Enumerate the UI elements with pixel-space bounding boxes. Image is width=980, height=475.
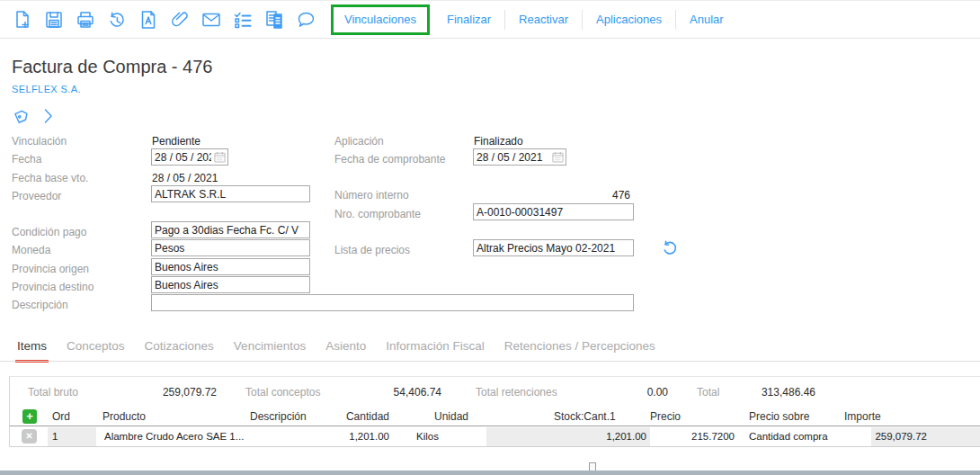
provincia-origen-field — [151, 258, 310, 275]
col-header-stock: Stock:Cant.1 — [554, 410, 616, 423]
preview-icon[interactable] — [137, 8, 160, 31]
proveedor-field — [151, 185, 310, 202]
delete-row-button[interactable]: ✕ — [22, 429, 37, 444]
field-label: Provincia origen — [12, 263, 89, 275]
vinculaciones-button[interactable]: Vinculaciones — [344, 13, 416, 26]
field-label: Fecha — [12, 153, 41, 166]
col-header-cantidad: Cantidad — [334, 410, 389, 423]
field-label: Provincia destino — [12, 281, 94, 293]
total-label: Total — [697, 386, 719, 399]
field-label: Lista de precios — [334, 244, 410, 256]
tab-retenciones-percepciones[interactable]: Retenciones / Percepciones — [503, 337, 657, 363]
condicion-pago-field — [151, 221, 310, 238]
col-header-ord: Ord — [52, 410, 70, 423]
total-bruto-value: 259,079.72 — [127, 386, 217, 399]
nro-comprobante-input[interactable] — [474, 204, 633, 220]
descripcion-input[interactable] — [152, 295, 633, 310]
provincia-destino-input[interactable] — [152, 277, 309, 292]
comment-icon[interactable] — [294, 8, 317, 31]
cell-cantidad[interactable]: 1,201.00 — [316, 431, 389, 442]
attachment-icon[interactable] — [168, 8, 192, 31]
purchase-invoice-window: Vinculaciones Finalizar Reactivar Aplica… — [0, 0, 980, 475]
field-label: Proveedor — [12, 190, 61, 202]
provincia-origen-input[interactable] — [152, 259, 309, 274]
reactivar-button[interactable]: Reactivar — [505, 13, 582, 26]
copy-icon[interactable] — [263, 8, 286, 31]
email-icon[interactable] — [200, 8, 223, 31]
total-retenciones-value: 0.00 — [603, 386, 668, 399]
tab-vencimientos[interactable]: Vencimientos — [232, 337, 307, 363]
col-header-importe: Importe — [844, 410, 881, 423]
page-title: Factura de Compra - 476 — [12, 57, 212, 77]
table-header-row: + Ord Producto Descripción Cantidad Unid… — [10, 407, 980, 426]
col-header-precio-sobre: Precio sobre — [749, 410, 809, 423]
history-icon[interactable] — [105, 8, 129, 31]
cell-precio[interactable]: 215.7200 — [657, 431, 735, 442]
tab-items[interactable]: Items — [15, 337, 49, 363]
field-label: Fecha base vto. — [12, 172, 88, 184]
provincia-destino-field — [151, 276, 310, 293]
checklist-icon[interactable] — [231, 8, 254, 31]
numero-interno-value: 476 — [474, 189, 630, 202]
company-name: SELFLEX S.A. — [12, 84, 81, 94]
tab-cotizaciones[interactable]: Cotizaciones — [143, 337, 216, 363]
lista-precios-field — [473, 239, 634, 256]
calendar-icon[interactable] — [214, 151, 226, 163]
col-header-precio: Precio — [650, 410, 681, 423]
col-header-descripcion: Descripción — [250, 410, 307, 423]
tab-informacion-fiscal[interactable]: Información Fiscal — [384, 337, 486, 363]
cell-unidad[interactable]: Kilos — [416, 431, 439, 442]
cell-stock: 1,201.00 — [567, 431, 646, 442]
moneda-field — [151, 239, 310, 256]
field-label: Vinculación — [12, 135, 67, 148]
calendar-icon[interactable] — [552, 151, 564, 163]
aplicacion-status: Finalizado — [474, 135, 523, 148]
horizontal-scrollbar[interactable] — [0, 471, 980, 475]
totals-bar: Total bruto 259,079.72 Total conceptos 5… — [10, 377, 980, 407]
total-bruto-label: Total bruto — [28, 386, 78, 399]
new-document-icon[interactable] — [11, 8, 34, 31]
cell-producto[interactable]: Alambre Crudo Acero SAE 1... — [104, 431, 244, 442]
cell-precio-sobre[interactable]: Cantidad compra — [749, 431, 828, 442]
condicion-pago-input[interactable] — [152, 222, 309, 238]
print-icon[interactable] — [74, 8, 97, 31]
tag-icon[interactable] — [12, 107, 31, 125]
anular-button[interactable]: Anular — [676, 13, 737, 26]
items-grid: Total bruto 259,079.72 Total conceptos 5… — [9, 376, 980, 447]
field-label: Número interno — [334, 189, 409, 202]
toolbar: Vinculaciones Finalizar Reactivar Aplica… — [0, 1, 980, 39]
detail-tabs: Items Conceptos Cotizaciones Vencimiento… — [15, 337, 657, 363]
field-label: Descripción — [12, 299, 68, 311]
field-label: Condición pago — [12, 226, 86, 238]
aplicaciones-button[interactable]: Aplicaciones — [583, 13, 675, 26]
tabs-divider — [0, 361, 980, 362]
fecha-input[interactable] — [152, 149, 214, 165]
total-retenciones-label: Total retenciones — [476, 386, 557, 399]
cell-ord: 1 — [52, 431, 58, 442]
col-header-unidad: Unidad — [434, 410, 468, 423]
total-conceptos-label: Total conceptos — [245, 386, 320, 399]
vinculaciones-highlight-box: Vinculaciones — [331, 4, 430, 35]
tab-conceptos[interactable]: Conceptos — [65, 337, 127, 363]
finalizar-button[interactable]: Finalizar — [433, 13, 504, 26]
fecha-comprobante-input[interactable] — [474, 149, 552, 165]
proveedor-input[interactable] — [152, 186, 309, 202]
fecha-field — [151, 148, 228, 166]
nro-comprobante-field — [473, 203, 634, 220]
table-row[interactable]: ✕ 1 Alambre Crudo Acero SAE 1... 1,201.0… — [10, 427, 980, 447]
total-value: 313,486.46 — [729, 386, 815, 399]
add-row-button[interactable]: + — [22, 409, 37, 424]
refresh-icon[interactable] — [662, 240, 678, 260]
fecha-comprobante-field — [473, 148, 566, 166]
cell-importe: 259,079.72 — [846, 431, 927, 442]
tab-asiento[interactable]: Asiento — [324, 337, 368, 363]
lista-precios-input[interactable] — [474, 240, 633, 255]
save-icon[interactable] — [42, 8, 66, 31]
fecha-base-value: 28 / 05 / 2021 — [152, 172, 218, 184]
action-buttons: Vinculaciones Finalizar Reactivar Aplica… — [331, 1, 737, 39]
chevron-right-icon[interactable] — [44, 108, 53, 124]
field-label: Fecha de comprobante — [334, 153, 445, 166]
col-header-producto: Producto — [102, 410, 146, 423]
field-label: Aplicación — [334, 135, 384, 148]
moneda-input[interactable] — [152, 240, 309, 255]
